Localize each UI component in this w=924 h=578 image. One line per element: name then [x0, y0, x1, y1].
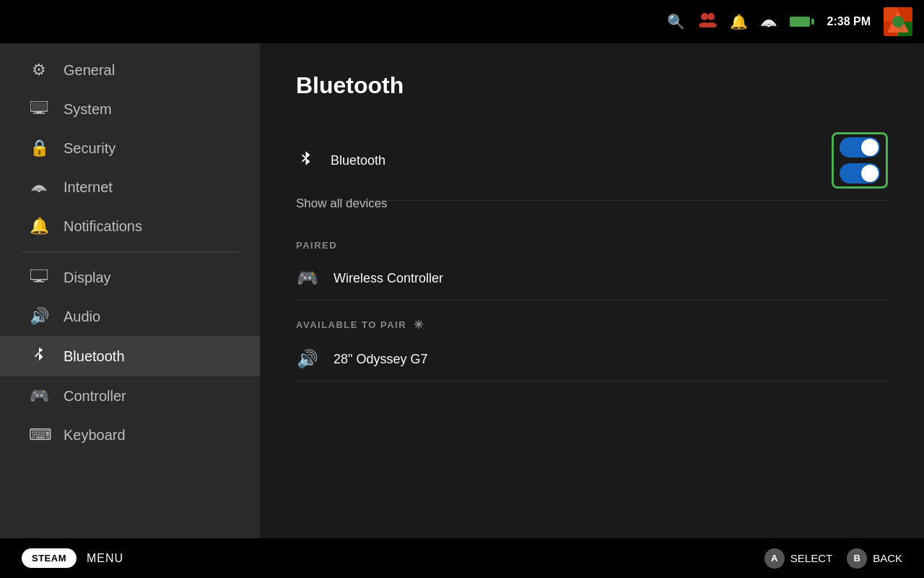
time-display: 2:38 PM — [827, 15, 871, 28]
speaker-device-icon: 🔊 — [296, 349, 319, 369]
svg-point-14 — [38, 189, 40, 192]
sidebar-label-bluetooth: Bluetooth — [64, 348, 125, 365]
internet-icon — [29, 178, 49, 197]
odyssey-g7-name: 28" Odyssey G7 — [334, 352, 427, 367]
svg-rect-11 — [32, 103, 46, 110]
sidebar-item-internet[interactable]: Internet — [0, 168, 260, 207]
notifications-icon[interactable]: 🔔 — [730, 13, 748, 30]
sidebar-item-display[interactable]: Display — [0, 258, 260, 297]
show-all-toggle-row — [840, 163, 880, 184]
svg-rect-17 — [34, 281, 44, 282]
controller-icon: 🎮 — [29, 387, 49, 405]
bottom-bar: STEAM MENU A SELECT B BACK — [0, 538, 924, 578]
scanning-icon: ✳ — [414, 318, 424, 332]
show-all-toggle[interactable] — [840, 163, 880, 184]
system-icon — [29, 100, 49, 118]
controller-device-icon: 🎮 — [296, 268, 319, 288]
bluetooth-setting-icon — [296, 150, 316, 171]
back-label: BACK — [873, 552, 902, 564]
available-section-label: AVAILABLE TO PAIR — [296, 319, 406, 330]
odyssey-g7-row[interactable]: 🔊 28" Odyssey G7 — [296, 337, 888, 381]
friends-icon[interactable] — [698, 12, 717, 32]
svg-rect-12 — [36, 111, 42, 113]
sidebar-label-audio: Audio — [64, 309, 100, 325]
sidebar-item-keyboard[interactable]: ⌨ Keyboard — [0, 415, 260, 454]
content-panel: Bluetooth Bluetooth — [260, 43, 924, 538]
svg-point-4 — [767, 25, 770, 27]
battery-icon — [790, 17, 814, 27]
signal-icon — [761, 14, 777, 30]
sidebar-label-display: Display — [64, 269, 111, 286]
display-icon — [29, 268, 49, 287]
sidebar-label-internet: Internet — [64, 179, 113, 196]
svg-point-1 — [707, 13, 715, 20]
svg-rect-15 — [30, 269, 48, 280]
select-action: A SELECT — [764, 548, 832, 569]
sidebar-label-system: System — [64, 101, 112, 118]
lock-icon: 🔒 — [29, 139, 49, 158]
gear-icon: ⚙ — [29, 61, 49, 79]
bluetooth-toggle-label: Bluetooth — [331, 153, 385, 168]
bell-icon: 🔔 — [29, 217, 49, 236]
wireless-controller-name: Wireless Controller — [334, 271, 443, 286]
sidebar-item-audio[interactable]: 🔊 Audio — [0, 297, 260, 336]
sidebar-item-system[interactable]: System — [0, 90, 260, 129]
svg-point-0 — [701, 13, 708, 20]
keyboard-icon: ⌨ — [29, 426, 49, 444]
sidebar-label-keyboard: Keyboard — [64, 427, 126, 444]
avatar[interactable] — [884, 7, 912, 36]
toggles-box — [832, 132, 888, 189]
page-title: Bluetooth — [296, 72, 888, 99]
menu-label: MENU — [87, 552, 123, 565]
bottom-actions: A SELECT B BACK — [764, 548, 902, 569]
sidebar-item-general[interactable]: ⚙ General — [0, 51, 260, 90]
search-icon[interactable]: 🔍 — [667, 13, 685, 30]
show-all-label: Show all devices — [296, 197, 388, 211]
steam-button[interactable]: STEAM — [22, 548, 77, 568]
sidebar-item-bluetooth[interactable]: Bluetooth — [0, 336, 260, 376]
wireless-controller-row[interactable]: 🎮 Wireless Controller — [296, 256, 888, 301]
main-content: ⚙ General System 🔒 Security — [0, 43, 924, 538]
bluetooth-toggle-knob — [861, 139, 879, 156]
svg-rect-13 — [33, 113, 45, 114]
audio-icon: 🔊 — [29, 307, 49, 326]
svg-rect-16 — [37, 280, 41, 281]
sidebar-item-notifications[interactable]: 🔔 Notifications — [0, 207, 260, 246]
svg-point-9 — [892, 16, 904, 27]
back-action: B BACK — [847, 548, 902, 569]
paired-section-label: PAIRED — [296, 240, 337, 251]
sidebar-item-security[interactable]: 🔒 Security — [0, 129, 260, 168]
bluetooth-setting-left: Bluetooth — [296, 150, 385, 171]
bluetooth-toggle[interactable] — [840, 137, 880, 158]
sidebar-label-notifications: Notifications — [64, 218, 142, 235]
select-btn-circle: A — [764, 548, 785, 569]
sidebar-item-controller[interactable]: 🎮 Controller — [0, 376, 260, 415]
back-btn-circle: B — [847, 548, 867, 569]
paired-section-header: PAIRED — [296, 240, 888, 251]
sidebar-label-controller: Controller — [64, 388, 126, 405]
available-section-header: AVAILABLE TO PAIR ✳ — [296, 318, 888, 332]
bluetooth-icon — [29, 346, 49, 366]
top-bar: 🔍 🔔 2:38 PM — [0, 0, 924, 43]
sidebar-label-security: Security — [64, 140, 116, 157]
bluetooth-toggle-row — [840, 137, 880, 158]
sidebar-label-general: General — [64, 62, 115, 79]
steam-menu: STEAM MENU — [22, 548, 123, 568]
bluetooth-setting-row: Bluetooth — [296, 121, 888, 201]
select-label: SELECT — [790, 552, 832, 564]
show-all-toggle-knob — [861, 165, 879, 182]
sidebar-divider — [22, 251, 238, 252]
sidebar: ⚙ General System 🔒 Security — [0, 43, 260, 538]
